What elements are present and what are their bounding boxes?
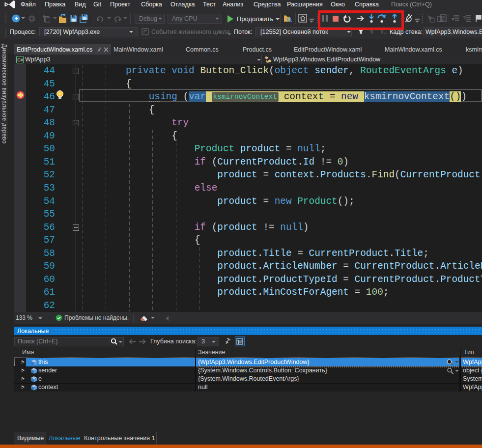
svg-text:ab: ab bbox=[239, 340, 243, 344]
svg-text:?: ? bbox=[463, 15, 466, 21]
svg-text:C#: C# bbox=[17, 57, 24, 62]
